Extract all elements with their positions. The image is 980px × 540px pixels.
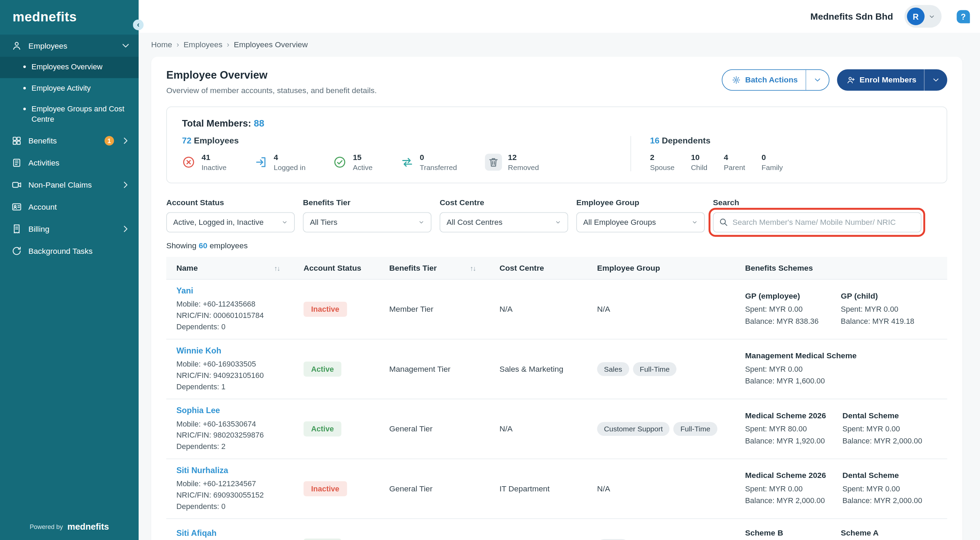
select-value: All Tiers (310, 218, 337, 227)
scheme-balance: Balance: MYR 1,600.00 (745, 375, 857, 387)
stat-value: 12 (508, 153, 539, 162)
enrol-members-main[interactable]: Enrol Members (837, 69, 924, 91)
scheme-spent: Spent: MYR 0.00 (745, 483, 826, 495)
scheme-balance: Balance: MYR 2,000.00 (745, 495, 826, 507)
employee-group-cell: N/A (587, 484, 735, 494)
column-header-label: Benefits Tier (389, 263, 437, 272)
employees-count: 72 (182, 136, 191, 145)
employee-group-select[interactable]: All Employee Groups (576, 212, 705, 233)
sort-icon[interactable]: ↑↓ (274, 264, 280, 272)
showing-count: 60 (199, 241, 207, 250)
status-badge: Active (304, 538, 341, 540)
benefits-schemes-cell: Scheme BSpent: MYR 0.00Balance: MYR 0.00… (735, 528, 947, 540)
status-badge: Inactive (304, 481, 347, 496)
name-cell: YaniMobile: +60-112435668NRIC/FIN: 00060… (166, 286, 293, 333)
breadcrumb-item-employees[interactable]: Employees (183, 40, 223, 49)
sidebar-item-background-tasks[interactable]: Background Tasks (0, 241, 138, 263)
employees-summary: 72 Employees 41Inactive4Logged in15Activ… (182, 136, 630, 171)
employee-name-link[interactable]: Yani (176, 286, 193, 295)
scheme-medical-scheme-2026: Medical Scheme 2026Spent: MYR 80.00Balan… (745, 411, 826, 447)
avatar[interactable]: R (907, 8, 924, 25)
scheme-spent: Spent: MYR 80.00 (745, 423, 826, 435)
column-header-account-status: Account Status (293, 263, 379, 272)
stat-value: 0 (420, 153, 457, 162)
name-cell: Siti NurhalizaMobile: +60-121234567NRIC/… (166, 465, 293, 512)
column-header-benefits-tier[interactable]: Benefits Tier↑↓ (379, 263, 490, 272)
sidebar-item-employees[interactable]: Employees (0, 35, 138, 57)
trash-icon (485, 154, 502, 171)
employee-mobile: Mobile: +60-112435668 (176, 299, 288, 310)
content-card: Employee Overview Overview of member acc… (151, 57, 963, 540)
stat-value: 4 (724, 153, 745, 162)
account-status-filter: Account StatusActive, Logged in, Inactiv… (166, 198, 295, 233)
employee-group-cell: SalesFull-Time (587, 362, 735, 376)
sort-icon[interactable]: ↑↓ (470, 264, 476, 272)
employee-group-text: N/A (597, 305, 610, 314)
sidebar-item-label: Billing (28, 225, 114, 234)
search-input[interactable] (713, 212, 922, 233)
enrol-members-dropdown[interactable] (924, 69, 947, 91)
sidebar-subitem-employee-groups-and-cost-centre[interactable]: Employee Groups and Cost Centre (0, 99, 138, 130)
employee-name-link[interactable]: Siti Afiqah (176, 528, 216, 538)
scheme-scheme-a: Scheme ASpent: MYR 0.00Balance: MYR 1,00… (841, 528, 921, 540)
sidebar-item-billing[interactable]: Billing (0, 218, 138, 241)
sidebar-item-activities[interactable]: Activities (0, 152, 138, 174)
sidebar-subitem-employee-activity[interactable]: Employee Activity (0, 78, 138, 99)
employee-group-filter: Employee GroupAll Employee Groups (576, 198, 705, 233)
benefits-tier-cell: Management Tier (379, 365, 490, 374)
stat-value: 2 (650, 153, 675, 162)
scheme-medical-scheme-2026: Medical Scheme 2026Spent: MYR 0.00Balanc… (745, 471, 826, 507)
stat-removed: 12Removed (485, 153, 539, 171)
sidebar-item-benefits[interactable]: Benefits1 (0, 130, 138, 152)
sidebar-subitem-employees-overview[interactable]: Employees Overview (0, 57, 138, 78)
benefits-tier-cell: General Tier (379, 484, 490, 494)
user-menu[interactable]: R (904, 5, 942, 28)
employee-name-link[interactable]: Siti Nurhaliza (176, 465, 228, 475)
status-cell: Inactive (293, 481, 379, 496)
stat-parent: 4Parent (724, 153, 745, 171)
header-buttons: Batch Actions Enrol Members (722, 69, 947, 91)
sidebar-nav: EmployeesEmployees OverviewEmployee Acti… (0, 35, 138, 262)
company-name: Mednefits Sdn Bhd (810, 11, 893, 21)
scheme-scheme-b: Scheme BSpent: MYR 0.00Balance: MYR 0.00 (745, 528, 824, 540)
dependents-count-line: 16 Dependents (650, 136, 931, 145)
total-members: Total Members: 88 (182, 118, 932, 129)
column-header-name[interactable]: Name↑↓ (166, 263, 293, 272)
stat-label: Child (691, 164, 708, 171)
sidebar-item-non-panel-claims[interactable]: Non-Panel Claims (0, 174, 138, 196)
employee-name-link[interactable]: Winnie Koh (176, 346, 221, 355)
sidebar-item-account[interactable]: Account (0, 196, 138, 218)
account-status-select[interactable]: Active, Logged in, Inactive (166, 212, 295, 233)
table-body: YaniMobile: +60-112435668NRIC/FIN: 00060… (166, 280, 947, 540)
enrol-members-button[interactable]: Enrol Members (837, 69, 947, 91)
column-header-label: Benefits Schemes (745, 263, 813, 272)
scheme-spent: Spent: MYR 0.00 (841, 303, 920, 315)
breadcrumb-item-employees-overview: Employees Overview (234, 40, 308, 49)
sidebar-collapse-button[interactable]: ‹ (133, 20, 143, 30)
breadcrumb-item-home[interactable]: Home (151, 40, 172, 49)
filter-label: Employee Group (576, 198, 705, 207)
camera-icon (11, 180, 22, 190)
scheme-balance: Balance: MYR 2,000.00 (842, 435, 923, 446)
column-header-cost-centre: Cost Centre (489, 263, 587, 272)
scheme-spent: Spent: MYR 0.00 (745, 363, 857, 375)
table-row: Siti NurhalizaMobile: +60-121234567NRIC/… (166, 459, 947, 519)
benefits-tier-select[interactable]: All Tiers (303, 212, 432, 233)
breadcrumb-separator-icon: › (227, 40, 229, 49)
members-summary: Total Members: 88 72 Employees 41Inactiv… (166, 107, 947, 183)
batch-actions-dropdown[interactable] (806, 70, 829, 90)
search-filter: Search (713, 198, 922, 233)
page-subtitle: Overview of member accounts, statuses, a… (166, 86, 377, 95)
cost-centre-select[interactable]: All Cost Centres (440, 212, 568, 233)
employee-dependents: Dependents: 0 (176, 322, 288, 333)
batch-actions-button[interactable]: Batch Actions (722, 69, 829, 91)
stat-text: 15Active (353, 153, 372, 171)
dependents-count-label: Dependents (662, 136, 710, 145)
sidebar-item-label: Benefits (28, 137, 98, 145)
help-icon[interactable] (956, 10, 970, 23)
batch-actions-main[interactable]: Batch Actions (722, 70, 805, 90)
table-row: Winnie KohMobile: +60-169033505NRIC/FIN:… (166, 339, 947, 399)
employee-name-link[interactable]: Sophia Lee (176, 406, 220, 415)
app: mednefits EmployeesEmployees OverviewEmp… (0, 0, 980, 540)
chevron-right-icon (120, 224, 131, 234)
